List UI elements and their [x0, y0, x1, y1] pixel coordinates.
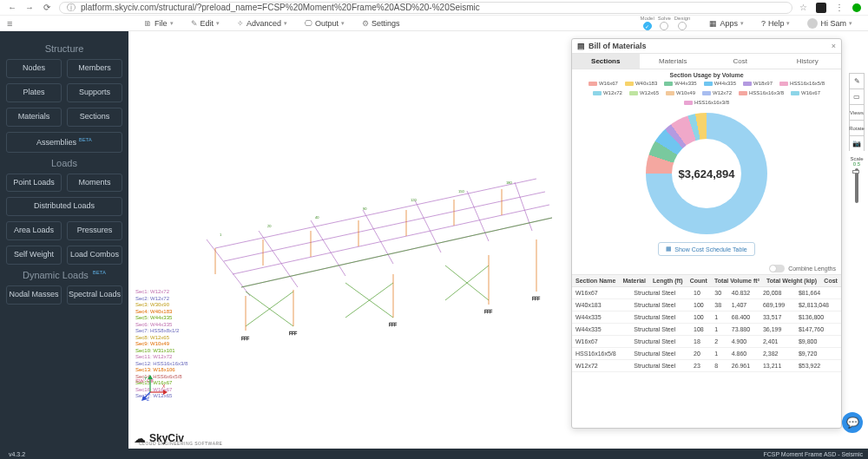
col-header[interactable]: Material	[619, 275, 649, 287]
btn-self-weight[interactable]: Self Weight	[6, 246, 62, 265]
legend-item: Sec1: W12x72	[135, 289, 187, 296]
mode-model[interactable]: ✓	[643, 22, 652, 30]
scale-slider[interactable]	[855, 168, 858, 203]
browser-chrome: ← → ⟳ ⓘ platform.skyciv.com/structural/?…	[0, 0, 868, 16]
tool-note[interactable]: ▭	[849, 89, 865, 104]
col-header[interactable]: Count	[687, 275, 711, 287]
combine-toggle[interactable]	[769, 265, 785, 272]
col-header[interactable]: Total Volume ft³	[711, 275, 763, 287]
menu-help[interactable]: ?Help▾	[754, 19, 798, 28]
truss-model[interactable]: FFF FFF FFF FFF FFF 12040 90120150 180	[137, 153, 554, 361]
bom-panel: ▤ Bill of Materials × Sections Materials…	[571, 38, 842, 429]
kebab-icon[interactable]: ⋮	[835, 3, 844, 12]
table-row[interactable]: W16x67Structural Steel1824.9002,401$9,80…	[572, 336, 841, 348]
status-bar: v4.3.2 FCSP Moment Frame ASD - Seismic	[0, 449, 868, 459]
table-icon: ▦	[666, 246, 672, 252]
menu-edit[interactable]: ✎Edit▾	[184, 19, 227, 28]
btn-spectral-loads[interactable]: Spectral Loads	[67, 285, 122, 305]
help-icon: ?	[761, 19, 766, 28]
extension-icon[interactable]	[816, 3, 826, 13]
avatar-icon	[807, 18, 818, 29]
chat-icon: 💬	[846, 416, 859, 429]
btn-sections[interactable]: Sections	[67, 108, 122, 127]
col-header[interactable]: Section Name	[572, 275, 619, 287]
svg-text:FFF: FFF	[389, 322, 397, 327]
tool-rotate[interactable]: Rotate	[849, 120, 865, 135]
tab-materials[interactable]: Materials	[640, 54, 707, 69]
tab-sections[interactable]: Sections	[572, 54, 640, 69]
btn-plates[interactable]: Plates	[6, 83, 62, 102]
col-header[interactable]: Cost	[820, 275, 841, 287]
tool-draw[interactable]: ✎	[849, 73, 865, 89]
svg-line-4	[207, 239, 250, 296]
table-row[interactable]: W16x67Structural Steel103040.83220,008$8…	[572, 287, 841, 299]
tool-camera[interactable]: 📷	[849, 135, 865, 151]
btn-assemblies[interactable]: Assemblies BETA	[6, 132, 122, 153]
heading-structure: Structure	[5, 43, 123, 54]
btn-nodes[interactable]: Nodes	[6, 59, 62, 78]
svg-line-17	[241, 218, 552, 287]
back-icon[interactable]: ←	[7, 3, 17, 12]
svg-text:120: 120	[411, 198, 417, 202]
reload-icon[interactable]: ⟳	[42, 3, 52, 12]
btn-supports[interactable]: Supports	[67, 83, 122, 102]
menu-advanced[interactable]: ✧Advanced▾	[230, 19, 294, 28]
chart-legend-item: HSS16x16x3/8	[739, 90, 784, 95]
table-row[interactable]: W12x72Structural Steel23826.96113,211$53…	[572, 360, 841, 372]
menu-apps[interactable]: ▦Apps▾	[702, 19, 751, 28]
chart-legend-item: HSS16x16x5/8	[779, 81, 825, 86]
table-row[interactable]: W44x335Structural Steel108173.88036,199$…	[572, 324, 841, 336]
svg-text:20: 20	[267, 224, 272, 228]
table-row[interactable]: W40x183Structural Steel100381,407689,199…	[572, 299, 841, 311]
show-cost-table-button[interactable]: ▦Show Cost Schedule Table	[658, 242, 755, 256]
forward-icon[interactable]: →	[24, 3, 35, 12]
legend-item: Sec6: W44x335	[135, 322, 187, 329]
scale-value: 0.5	[849, 161, 865, 167]
legend-item: Sec9: W10x49	[135, 341, 187, 348]
brand-logo: ☁ SkyCiv CLOUD ENGINEERING SOFTWARE	[134, 431, 184, 445]
btn-pressures[interactable]: Pressures	[67, 221, 122, 240]
menu-file[interactable]: 🗎File▾	[137, 19, 181, 28]
table-scroll[interactable]: W16x67Structural Steel103040.83220,008$8…	[572, 287, 841, 428]
profile-icon[interactable]	[852, 3, 861, 12]
mode-design[interactable]	[678, 22, 687, 30]
btn-nodal-masses[interactable]: Nodal Masses	[6, 285, 62, 305]
close-icon[interactable]: ×	[832, 42, 836, 50]
btn-moments[interactable]: Moments	[67, 174, 122, 193]
legend-item: Sec2: W12x72	[135, 296, 187, 303]
filename-label: FCSP Moment Frame ASD - Seismic	[763, 451, 863, 457]
btn-point-loads[interactable]: Point Loads	[6, 174, 62, 193]
svg-text:40: 40	[315, 215, 319, 220]
model-canvas[interactable]: FFF FFF FFF FFF FFF 12040 90120150 180 S…	[128, 31, 868, 449]
col-header[interactable]: Total Weight (kip)	[763, 275, 820, 287]
axis-triad[interactable]: Y X Z	[141, 375, 168, 401]
tool-views[interactable]: Views	[849, 104, 865, 120]
btn-members[interactable]: Members	[67, 59, 122, 78]
table-row[interactable]: W44x335Structural Steel100168.40033,517$…	[572, 311, 841, 324]
menu-output[interactable]: 🖵Output▾	[298, 19, 352, 28]
btn-load-combos[interactable]: Load Combos	[67, 246, 122, 265]
hamburger-icon[interactable]: ≡	[7, 18, 19, 29]
mode-solve[interactable]	[660, 22, 668, 30]
menu-settings[interactable]: ⚙Settings	[355, 19, 407, 28]
url-bar[interactable]: ⓘ platform.skyciv.com/structural/?preloa…	[59, 2, 792, 14]
cost-table: Section NameMaterialLength (ft)CountTota…	[572, 274, 841, 287]
btn-distributed-loads[interactable]: Distributed Loads	[6, 197, 122, 216]
site-info-icon[interactable]: ⓘ	[67, 2, 76, 14]
bookmark-icon[interactable]: ☆	[799, 3, 807, 12]
donut-chart: $3,624,894	[572, 108, 841, 239]
svg-text:Z: Z	[147, 397, 149, 402]
user-menu[interactable]: Hi Sam▾	[800, 18, 859, 29]
tab-history[interactable]: History	[774, 54, 842, 69]
tab-cost[interactable]: Cost	[707, 54, 774, 69]
btn-area-loads[interactable]: Area Loads	[6, 221, 62, 240]
table-row[interactable]: HSS16x16x5/8Structural Steel2014.8602,38…	[572, 348, 841, 360]
col-header[interactable]: Length (ft)	[649, 275, 687, 287]
legend-item: Sec8: W12x65	[135, 335, 187, 342]
file-icon: 🗎	[144, 19, 152, 28]
svg-line-8	[415, 200, 441, 252]
chat-button[interactable]: 💬	[842, 412, 863, 433]
list-icon: ▤	[577, 42, 585, 50]
version-label: v4.3.2	[9, 451, 25, 457]
btn-materials[interactable]: Materials	[6, 108, 62, 127]
